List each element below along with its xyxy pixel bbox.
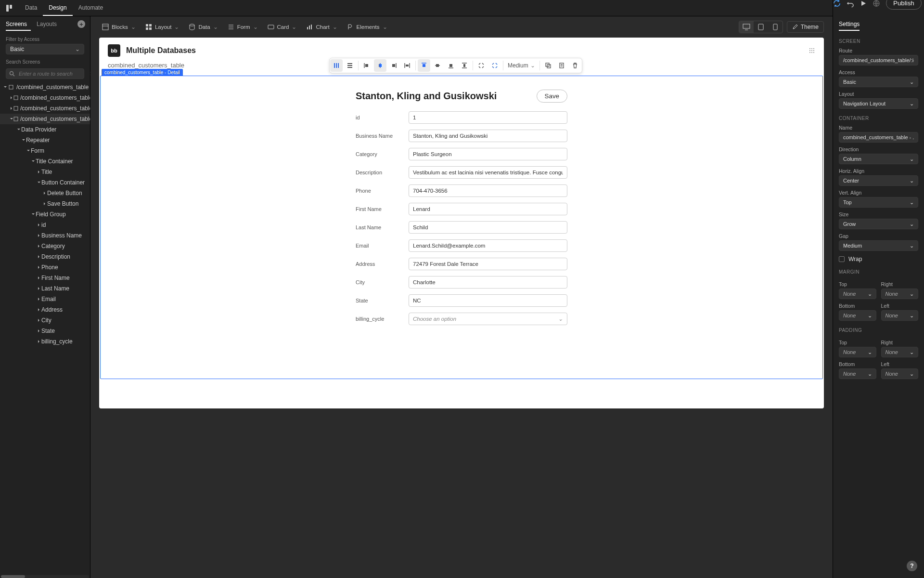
margin-bottom-select[interactable]: None⌄ — [839, 310, 876, 321]
size-select[interactable]: Grow⌄ — [839, 219, 918, 229]
tree-delete-button[interactable]: Delete Button — [0, 188, 90, 198]
publish-button[interactable]: Publish — [886, 0, 922, 10]
direction-select[interactable]: Column⌄ — [839, 154, 918, 164]
wrap-checkbox[interactable]: Wrap — [839, 256, 918, 263]
tree-root[interactable]: /combined_customers_table — [0, 82, 90, 92]
padding-bottom-select[interactable]: None⌄ — [839, 368, 876, 379]
halign-stretch-icon[interactable] — [401, 59, 413, 72]
tree-field[interactable]: Email — [0, 294, 90, 304]
left-tab-screens[interactable]: Screens — [6, 18, 31, 31]
tree-scrollbar[interactable] — [1, 575, 89, 578]
tree-button-container[interactable]: Button Container — [0, 177, 90, 188]
state-input[interactable] — [409, 294, 567, 307]
top-tab-automate[interactable]: Automate — [73, 0, 109, 16]
app-logo-icon[interactable] — [0, 4, 19, 13]
help-button[interactable]: ? — [907, 561, 917, 571]
tb-card[interactable]: Card⌄ — [265, 22, 300, 32]
preview-icon[interactable] — [860, 0, 867, 8]
tree-form[interactable]: Form — [0, 145, 90, 156]
access-filter-select[interactable]: Basic ⌄ — [6, 44, 84, 54]
tree-title[interactable]: Title — [0, 167, 90, 177]
tree-save-button[interactable]: Save Button — [0, 198, 90, 209]
route-input[interactable] — [839, 55, 918, 66]
top-tab-data[interactable]: Data — [19, 0, 43, 16]
halign-center-icon[interactable] — [374, 59, 386, 72]
address-input[interactable] — [409, 258, 567, 270]
layout-select[interactable]: Navigation Layout⌄ — [839, 98, 918, 109]
duplicate-icon[interactable] — [542, 59, 554, 72]
device-desktop[interactable] — [739, 21, 754, 33]
lastName-input[interactable] — [409, 221, 567, 234]
refresh-icon[interactable] — [833, 0, 841, 8]
tb-layout[interactable]: Layout⌄ — [142, 22, 182, 32]
tree-child-selected[interactable]: /combined_customers_table... — [0, 114, 90, 124]
drag-grip-icon[interactable] — [808, 47, 815, 54]
tree-field[interactable]: Phone — [0, 262, 90, 273]
tree-field[interactable]: State — [0, 326, 90, 336]
selected-container[interactable]: combined_customers_table - Detail Stanto… — [100, 76, 823, 379]
tree-data-provider[interactable]: Data Provider — [0, 124, 90, 135]
search-field[interactable] — [18, 70, 87, 77]
access-select[interactable]: Basic⌄ — [839, 77, 918, 87]
design-canvas[interactable]: bb Multiple Databases combined_customers… — [99, 38, 824, 408]
dir-column-icon[interactable] — [330, 59, 343, 72]
tree-child[interactable]: /combined_customers_table... — [0, 103, 90, 114]
email-input[interactable] — [409, 239, 567, 252]
padding-right-select[interactable]: None⌄ — [881, 347, 919, 357]
halign-left-icon[interactable] — [360, 59, 373, 72]
tree-child[interactable]: /combined_customers_table — [0, 92, 90, 103]
tb-form[interactable]: Form⌄ — [225, 22, 261, 32]
tree-repeater[interactable]: Repeater — [0, 135, 90, 145]
tree-field[interactable]: City — [0, 315, 90, 326]
id-input[interactable] — [409, 111, 567, 124]
halign-right-icon[interactable] — [387, 59, 400, 72]
halign-select[interactable]: Center⌄ — [839, 175, 918, 186]
grow-icon[interactable] — [488, 59, 501, 72]
valign-select[interactable]: Top⌄ — [839, 197, 918, 208]
tree-field-group[interactable]: Field Group — [0, 209, 90, 220]
tree-field[interactable]: Address — [0, 304, 90, 315]
tree-field[interactable]: Category — [0, 241, 90, 251]
description-input[interactable] — [409, 166, 567, 179]
tb-elements[interactable]: Elements⌄ — [344, 22, 390, 32]
padding-left-select[interactable]: None⌄ — [881, 368, 919, 379]
device-tablet[interactable] — [754, 21, 768, 33]
tree-field[interactable]: Last Name — [0, 283, 90, 294]
gap-size-select[interactable]: Medium⌄ — [505, 62, 538, 69]
tree-field[interactable]: Business Name — [0, 230, 90, 241]
tree-field[interactable]: Description — [0, 251, 90, 262]
tree-title-container[interactable]: Title Container — [0, 156, 90, 167]
tree-field[interactable]: id — [0, 220, 90, 230]
search-screens-input[interactable]: ✕ — [6, 68, 84, 79]
right-tab-settings[interactable]: Settings — [839, 18, 860, 31]
container-name-input[interactable] — [839, 132, 918, 143]
tree-field[interactable]: First Name — [0, 273, 90, 283]
tb-blocks[interactable]: Blocks⌄ — [99, 22, 139, 32]
shrink-icon[interactable] — [475, 59, 488, 72]
device-mobile[interactable] — [768, 21, 783, 33]
left-tab-layouts[interactable]: Layouts — [37, 18, 61, 31]
delete-icon[interactable] — [569, 59, 581, 72]
phone-input[interactable] — [409, 184, 567, 197]
tree-field[interactable]: billing_cycle — [0, 336, 90, 347]
margin-right-select[interactable]: None⌄ — [881, 289, 919, 299]
undo-icon[interactable] — [847, 0, 854, 8]
dir-row-icon[interactable] — [344, 59, 356, 72]
gap-select[interactable]: Medium⌄ — [839, 240, 918, 251]
tb-data[interactable]: Data⌄ — [186, 22, 220, 32]
copy-icon[interactable] — [555, 59, 568, 72]
category-input[interactable] — [409, 148, 567, 160]
globe-icon[interactable] — [873, 0, 880, 8]
theme-button[interactable]: Theme — [787, 21, 824, 33]
margin-top-select[interactable]: None⌄ — [839, 289, 876, 299]
billing-cycle-select[interactable]: Choose an option⌄ — [409, 313, 567, 325]
padding-top-select[interactable]: None⌄ — [839, 347, 876, 357]
breadcrumb[interactable]: combined_customers_table — [108, 62, 184, 69]
city-input[interactable] — [409, 276, 567, 289]
add-screen-button[interactable]: ＋ — [77, 20, 85, 28]
top-tab-design[interactable]: Design — [43, 0, 72, 16]
firstName-input[interactable] — [409, 203, 567, 215]
save-button[interactable]: Save — [537, 90, 567, 103]
tb-chart[interactable]: Chart⌄ — [303, 22, 340, 32]
valign-bottom-icon[interactable] — [445, 59, 457, 72]
